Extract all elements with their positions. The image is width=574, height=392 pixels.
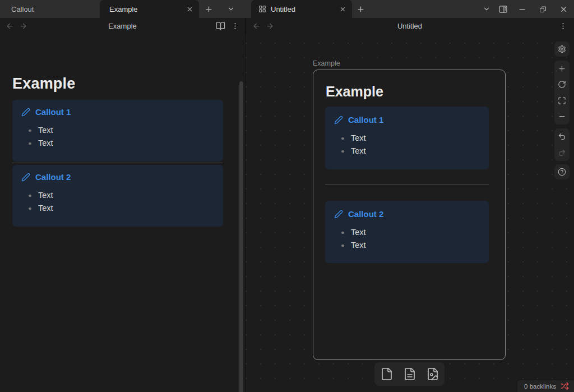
back-button[interactable] — [4, 21, 15, 31]
canvas-zoom-controls — [554, 61, 570, 124]
callout-title-text: Callout 2 — [348, 209, 383, 219]
forward-button[interactable] — [18, 21, 28, 31]
list-item: Text — [334, 132, 480, 145]
list-item: Text — [21, 189, 214, 202]
more-options-button[interactable] — [229, 20, 240, 31]
add-card-button[interactable] — [380, 367, 394, 381]
pencil-icon — [334, 116, 343, 124]
forward-button[interactable] — [265, 21, 275, 31]
list-item: Text — [21, 202, 214, 215]
book-open-icon — [216, 21, 225, 31]
status-bar[interactable]: 0 backlinks — [517, 380, 574, 392]
kebab-menu-icon — [231, 22, 239, 30]
chevron-down-icon — [227, 5, 235, 13]
pencil-icon — [21, 108, 30, 117]
list-item: Text — [334, 226, 480, 239]
minimize-button[interactable] — [515, 0, 529, 18]
backlinks-count: 0 backlinks — [524, 383, 556, 390]
rotate-cw-icon — [558, 80, 566, 89]
close-icon[interactable] — [338, 4, 347, 13]
canvas-node-card[interactable]: Example Callout 1 Text Text Callout 2 Te… — [313, 70, 506, 360]
canvas-title: Untitled — [246, 22, 574, 30]
callout-title-text: Callout 1 — [35, 107, 71, 117]
callout-1: Callout 1 Text Text — [12, 100, 223, 162]
canvas-history-controls — [554, 128, 570, 161]
plus-icon — [357, 5, 365, 13]
kebab-menu-icon — [559, 22, 567, 30]
gear-icon — [558, 45, 566, 53]
canvas-help-button[interactable] — [554, 164, 570, 179]
plus-icon — [558, 64, 566, 73]
undo-button[interactable] — [554, 129, 570, 145]
horizontal-rule — [325, 184, 489, 185]
scrollbar[interactable] — [239, 81, 243, 392]
redo-button[interactable] — [554, 145, 570, 161]
zoom-out-button[interactable] — [554, 109, 570, 124]
callout-title-text: Callout 1 — [348, 115, 383, 124]
left-pane-header: Example — [0, 18, 245, 34]
tab-untitled[interactable]: Untitled — [251, 0, 352, 18]
restore-icon — [539, 5, 547, 13]
maximize-icon — [558, 96, 566, 105]
pencil-icon — [334, 210, 343, 219]
zoom-to-fit-button[interactable] — [554, 93, 570, 108]
reset-zoom-button[interactable] — [554, 77, 570, 93]
close-window-button[interactable] — [556, 0, 571, 18]
tab-label: Callout — [11, 5, 34, 13]
callout-2: Callout 2 Text Text — [12, 165, 223, 227]
close-icon — [559, 5, 568, 13]
pencil-icon — [21, 173, 30, 182]
undo-icon — [558, 132, 566, 141]
restore-window-button[interactable] — [535, 0, 550, 18]
close-icon[interactable] — [185, 4, 194, 13]
help-icon — [558, 168, 566, 176]
tab-label: Example — [109, 5, 138, 13]
arrow-right-icon — [19, 22, 27, 30]
card-heading: Example — [326, 84, 383, 100]
redo-icon — [558, 149, 566, 157]
list-item: Text — [334, 145, 480, 158]
plus-icon — [205, 5, 213, 13]
obsidian-window: Callout Example Untitled — [0, 0, 574, 392]
tab-list-button-right[interactable] — [479, 0, 494, 18]
tab-bar: Callout Example Untitled — [0, 0, 574, 18]
tab-list-button[interactable] — [224, 0, 238, 18]
list-item: Text — [334, 239, 480, 252]
panel-right-icon — [498, 4, 508, 14]
callout-2: Callout 2 Text Text — [325, 201, 489, 263]
new-tab-button[interactable] — [201, 0, 216, 18]
sync-error-icon[interactable] — [561, 382, 569, 390]
list-item: Text — [21, 137, 214, 150]
arrow-left-icon — [6, 22, 14, 30]
callout-title-text: Callout 2 — [35, 172, 71, 182]
canvas[interactable]: Example Example Callout 1 Text Text Call… — [246, 34, 574, 392]
canvas-node-label: Example — [313, 59, 340, 67]
canvas-add-toolbar — [374, 362, 445, 386]
horizontal-rule — [12, 163, 223, 163]
tab-example[interactable]: Example — [100, 0, 199, 18]
minus-icon — [558, 112, 566, 121]
note-editor[interactable]: Example Callout 1 Text Text Callout 2 Te… — [0, 34, 245, 392]
minimize-icon — [518, 5, 526, 13]
callout-1: Callout 1 Text Text — [325, 107, 489, 169]
zoom-in-button[interactable] — [554, 61, 570, 76]
note-heading: Example — [12, 75, 75, 93]
list-item: Text — [21, 124, 214, 137]
more-options-button[interactable] — [557, 20, 568, 31]
note-title: Example — [0, 22, 245, 30]
canvas-settings-button[interactable] — [554, 41, 570, 57]
arrow-right-icon — [266, 22, 274, 30]
chevron-down-icon — [483, 5, 490, 13]
tab-label: Untitled — [271, 5, 295, 13]
arrow-left-icon — [252, 22, 261, 30]
layout-grid-icon — [258, 5, 266, 13]
right-pane-header: Untitled — [246, 18, 574, 34]
reading-view-button[interactable] — [215, 20, 226, 31]
add-media-button[interactable] — [426, 367, 439, 381]
add-note-button[interactable] — [403, 367, 416, 381]
toggle-right-sidebar-button[interactable] — [496, 0, 510, 18]
tab-callout[interactable]: Callout — [0, 0, 100, 18]
new-tab-button-right[interactable] — [353, 0, 368, 18]
back-button[interactable] — [251, 21, 261, 31]
